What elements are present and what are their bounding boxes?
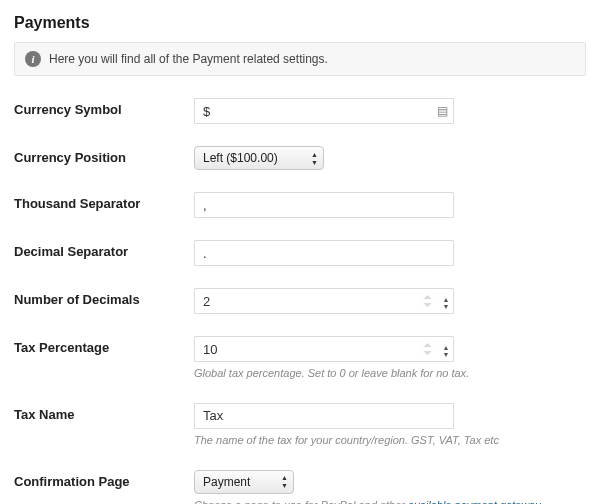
thousand-separator-input[interactable] xyxy=(194,192,454,218)
row-confirmation-page: Confirmation Page Payment ▲▼ Choose a pa… xyxy=(14,470,586,504)
tax-name-input[interactable] xyxy=(194,403,454,429)
tax-percentage-input[interactable] xyxy=(194,336,454,362)
notice-text: Here you will find all of the Payment re… xyxy=(49,52,328,66)
row-tax-name: Tax Name The name of the tax for your co… xyxy=(14,403,586,448)
confirmation-page-select-wrap: Payment ▲▼ xyxy=(194,470,294,494)
confirmation-page-help: Choose a page to use for PayPal and othe… xyxy=(194,498,586,504)
label-number-of-decimals: Number of Decimals xyxy=(14,288,194,307)
row-currency-position: Currency Position Left ($100.00) ▲▼ xyxy=(14,146,586,170)
number-of-decimals-input[interactable] xyxy=(194,288,454,314)
confirmation-page-select[interactable]: Payment xyxy=(194,470,294,494)
page-title: Payments xyxy=(14,14,586,32)
currency-position-select[interactable]: Left ($100.00) xyxy=(194,146,324,170)
row-tax-percentage: Tax Percentage ▲▼ Global tax percentage.… xyxy=(14,336,586,381)
label-tax-name: Tax Name xyxy=(14,403,194,422)
label-thousand-separator: Thousand Separator xyxy=(14,192,194,211)
available-payment-gateway-link[interactable]: available payment gateway xyxy=(408,499,541,504)
currency-symbol-input[interactable] xyxy=(194,98,454,124)
info-icon: i xyxy=(25,51,41,67)
decimal-separator-input[interactable] xyxy=(194,240,454,266)
label-confirmation-page: Confirmation Page xyxy=(14,470,194,489)
row-currency-symbol: Currency Symbol ▤ xyxy=(14,98,586,124)
settings-notice: i Here you will find all of the Payment … xyxy=(14,42,586,76)
currency-position-select-wrap: Left ($100.00) ▲▼ xyxy=(194,146,324,170)
row-number-of-decimals: Number of Decimals ▲▼ xyxy=(14,288,586,314)
label-currency-symbol: Currency Symbol xyxy=(14,98,194,117)
label-tax-percentage: Tax Percentage xyxy=(14,336,194,355)
label-decimal-separator: Decimal Separator xyxy=(14,240,194,259)
tax-percentage-help: Global tax percentage. Set to 0 or leave… xyxy=(194,366,586,381)
row-decimal-separator: Decimal Separator xyxy=(14,240,586,266)
label-currency-position: Currency Position xyxy=(14,146,194,165)
row-thousand-separator: Thousand Separator xyxy=(14,192,586,218)
tax-name-help: The name of the tax for your country/reg… xyxy=(194,433,586,448)
